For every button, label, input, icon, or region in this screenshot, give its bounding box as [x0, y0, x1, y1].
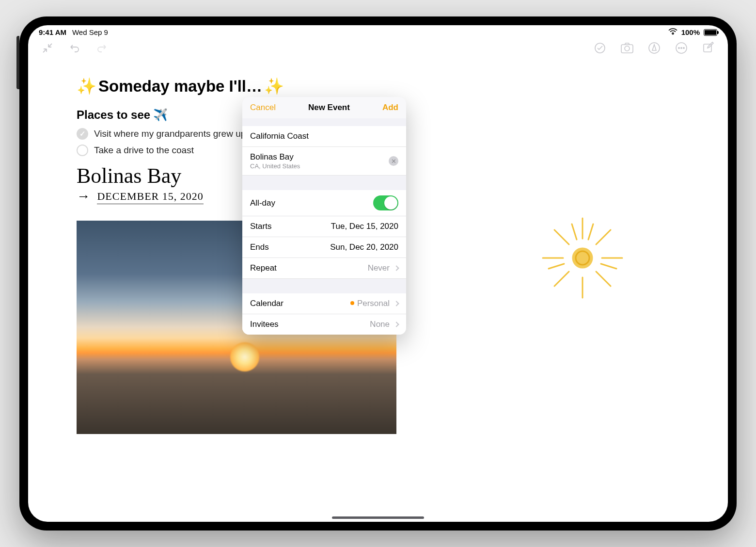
battery-percent: 100% — [681, 28, 700, 36]
checklist-item-label: Visit where my grandparents grew up — [94, 129, 246, 139]
status-bar: 9:41 AM Wed Sep 9 100% — [28, 25, 728, 36]
screen: 9:41 AM Wed Sep 9 100% — [28, 25, 728, 522]
add-button[interactable]: Add — [382, 103, 398, 113]
arrow-icon: → — [77, 189, 90, 204]
ends-label: Ends — [250, 242, 269, 252]
wifi-icon — [668, 28, 677, 36]
event-location-field[interactable]: Bolinas Bay CA, United States ✕ — [242, 147, 406, 176]
calendar-value: Personal — [357, 299, 390, 308]
checklist-icon[interactable] — [593, 41, 607, 55]
calendar-color-dot — [350, 301, 354, 305]
svg-point-5 — [678, 48, 679, 48]
calendar-label: Calendar — [250, 299, 284, 308]
all-day-row: All-day — [242, 190, 406, 216]
camera-icon[interactable] — [620, 41, 634, 55]
cancel-button[interactable]: Cancel — [250, 103, 276, 113]
checklist-item-label: Take a drive to the coast — [94, 145, 194, 156]
popover-header: Cancel New Event Add — [242, 97, 406, 118]
home-indicator[interactable] — [332, 516, 424, 519]
calendar-row[interactable]: Calendar Personal — [242, 293, 406, 314]
svg-point-2 — [625, 46, 630, 51]
notes-toolbar — [28, 36, 728, 59]
repeat-value: Never — [368, 263, 390, 273]
checkbox-checked-icon[interactable] — [77, 128, 88, 140]
all-day-label: All-day — [250, 198, 275, 208]
chevron-right-icon — [394, 322, 399, 327]
invitees-row[interactable]: Invitees None — [242, 314, 406, 335]
battery-icon — [704, 29, 717, 36]
note-title-text: Someday maybe I'll… — [98, 77, 262, 96]
clear-location-icon[interactable]: ✕ — [389, 156, 398, 166]
repeat-label: Repeat — [250, 263, 277, 273]
section-heading-text: Places to see — [77, 108, 150, 122]
event-title-text: California Coast — [250, 131, 309, 141]
sun-doodle — [534, 209, 631, 306]
popover-title: New Event — [308, 103, 350, 113]
repeat-row[interactable]: Repeat Never — [242, 258, 406, 279]
all-day-toggle[interactable] — [373, 195, 398, 210]
starts-label: Starts — [250, 222, 271, 231]
chevron-right-icon — [394, 301, 399, 306]
note-title[interactable]: ✨ Someday maybe I'll… ✨ — [77, 77, 716, 96]
status-date: Wed Sep 9 — [72, 28, 108, 36]
event-location-sub: CA, United States — [250, 162, 300, 170]
more-icon[interactable] — [675, 41, 688, 55]
collapse-icon[interactable] — [41, 41, 54, 55]
new-event-popover: Cancel New Event Add California Coast Bo… — [242, 97, 406, 335]
undo-icon[interactable] — [68, 41, 81, 55]
sparkle-icon: ✨ — [77, 77, 96, 96]
chevron-right-icon — [394, 265, 399, 271]
invitees-value: None — [370, 320, 390, 329]
ends-row[interactable]: Ends Sun, Dec 20, 2020 — [242, 237, 406, 258]
invitees-label: Invitees — [250, 320, 279, 329]
svg-point-7 — [683, 48, 684, 48]
redo-icon[interactable] — [95, 41, 109, 55]
starts-row[interactable]: Starts Tue, Dec 15, 2020 — [242, 216, 406, 237]
markup-icon[interactable] — [647, 41, 661, 55]
event-title-field[interactable]: California Coast — [242, 126, 406, 147]
sparkle-icon: ✨ — [264, 77, 284, 96]
starts-value: Tue, Dec 15, 2020 — [331, 222, 398, 231]
status-time: 9:41 AM — [39, 28, 66, 36]
compose-icon[interactable] — [702, 41, 715, 55]
checkbox-unchecked-icon[interactable] — [77, 145, 88, 156]
ends-value: Sun, Dec 20, 2020 — [330, 242, 398, 252]
airplane-icon: ✈️ — [153, 108, 168, 122]
svg-point-6 — [681, 48, 682, 48]
handwriting-date: DECEMBER 15, 2020 — [97, 190, 203, 204]
ipad-device-frame: 9:41 AM Wed Sep 9 100% — [19, 16, 737, 531]
event-location-name: Bolinas Bay — [250, 152, 300, 162]
